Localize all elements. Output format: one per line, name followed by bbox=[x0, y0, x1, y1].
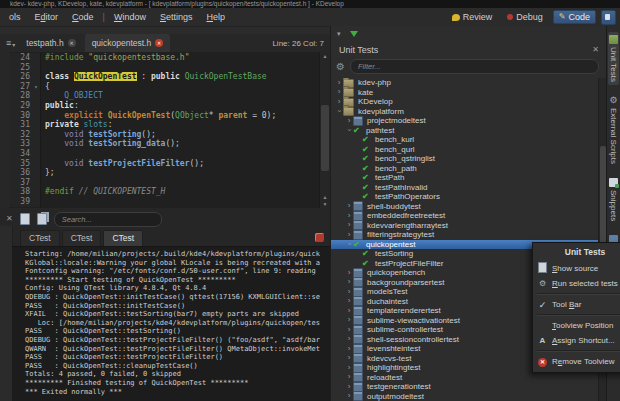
fold-marker-icon[interactable]: ▾ bbox=[32, 82, 41, 92]
editor-tabbar: ≡▾ testpath.h✕quickopentest.h✕ Line: 26 … bbox=[0, 34, 330, 53]
tree-item-testpathoperators[interactable]: ✔testPathOperators bbox=[331, 192, 599, 202]
close-tab-icon[interactable]: ✕ bbox=[155, 39, 163, 47]
collapsed-arrow-icon[interactable]: › bbox=[335, 88, 343, 96]
output-tab-1[interactable]: CTest bbox=[20, 230, 60, 246]
tree-item-outputmodeltest[interactable]: ›outputmodeltest bbox=[331, 392, 599, 401]
toolview-tab-snippets[interactable]: Snippets bbox=[608, 175, 619, 224]
toolview-tab-external-scripts[interactable]: ⚙External Scripts bbox=[608, 93, 619, 167]
menu-item-tool-bar[interactable]: ✓Tool Bar bbox=[533, 297, 620, 312]
menu-item-assign-shortcut[interactable]: AAssign Shortcut... bbox=[533, 333, 620, 348]
menu-item-remove-toolview[interactable]: ✕Remove Toolview bbox=[533, 354, 620, 369]
tree-item-testgenerationtest[interactable]: ›testgenerationtest bbox=[331, 382, 599, 392]
toolview-tab-unit-tests[interactable]: Unit Tests bbox=[608, 32, 619, 85]
overflow-chevron-icon[interactable]: ▾ bbox=[337, 30, 341, 38]
tree-item-kdevelop[interactable]: ›KDevelop bbox=[331, 97, 599, 107]
tree-item-shell-buddytest[interactable]: ›shell-buddytest bbox=[331, 202, 599, 212]
menu-window[interactable]: Window bbox=[107, 11, 153, 23]
close-tab-icon[interactable]: ✕ bbox=[68, 39, 76, 47]
close-toolview-icon[interactable]: ✕ bbox=[592, 46, 599, 54]
menu-item-show-source[interactable]: Show source bbox=[533, 261, 620, 276]
scroll-up2-icon[interactable]: ▲ bbox=[320, 194, 330, 200]
code-line: 35 void testProjectFileFilter(); bbox=[10, 159, 320, 169]
collapsed-arrow-icon[interactable]: › bbox=[335, 79, 343, 87]
collapsed-arrow-icon[interactable]: › bbox=[345, 221, 353, 229]
scrollbar-thumb[interactable] bbox=[321, 105, 329, 171]
expanded-arrow-icon[interactable]: › bbox=[345, 126, 353, 134]
menu-item-toolview-position[interactable]: Toolview Position▶ bbox=[533, 318, 620, 333]
editor-scrollbar[interactable]: ▲ ▲ ▼ bbox=[319, 52, 330, 208]
document-list-button[interactable]: ≡▾ bbox=[0, 38, 19, 48]
filter-options-gear-icon[interactable]: ⚙ bbox=[336, 62, 345, 72]
code-editor[interactable]: 24#include "quickopentestbase.h"2526clas… bbox=[0, 52, 330, 208]
tree-item-bench-qurl[interactable]: ✔bench_qurl bbox=[331, 145, 599, 155]
expanded-arrow-icon[interactable]: › bbox=[335, 107, 343, 115]
filter-input[interactable] bbox=[350, 59, 599, 74]
scroll-down-icon[interactable]: ▼ bbox=[320, 201, 330, 207]
collapsed-arrow-icon[interactable]: › bbox=[345, 364, 353, 372]
test-passed-icon: ✔ bbox=[362, 183, 371, 192]
collapsed-arrow-icon[interactable]: › bbox=[345, 345, 353, 353]
code-area-button[interactable]: ✎ Code bbox=[553, 10, 596, 24]
editor-tab-quickopentest-h[interactable]: quickopentest.h✕ bbox=[85, 34, 171, 52]
tree-item-kdev-php[interactable]: ›kdev-php bbox=[331, 78, 599, 88]
collapsed-arrow-icon[interactable]: › bbox=[345, 335, 353, 343]
tree-item-filteringstrategytest[interactable]: ›filteringstrategytest bbox=[331, 230, 599, 240]
collapsed-arrow-icon[interactable]: › bbox=[345, 326, 353, 334]
tree-item-kdevplatform[interactable]: ›kdevplatform bbox=[331, 107, 599, 117]
collapsed-arrow-icon[interactable]: › bbox=[335, 98, 343, 106]
collapsed-arrow-icon[interactable]: › bbox=[345, 316, 353, 324]
area-switcher-button[interactable] bbox=[601, 10, 616, 25]
unit-tests-icon bbox=[609, 35, 618, 44]
tree-item-bench-kurl[interactable]: ✔bench_kurl bbox=[331, 135, 599, 145]
collapsed-arrow-icon[interactable]: › bbox=[345, 231, 353, 239]
search-input[interactable] bbox=[54, 212, 162, 227]
menu-code[interactable]: Code bbox=[65, 11, 101, 23]
tree-item-label: bench_qurl bbox=[375, 145, 415, 154]
tree-item-testpathinvalid[interactable]: ✔testPathInvalid bbox=[331, 183, 599, 193]
collapsed-arrow-icon[interactable]: › bbox=[345, 392, 353, 400]
document-icon[interactable] bbox=[20, 213, 30, 225]
menu-settings[interactable]: Settings bbox=[153, 11, 200, 23]
collapsed-arrow-icon[interactable]: › bbox=[345, 117, 353, 125]
tree-item-projectmodeltest[interactable]: ›projectmodeltest bbox=[331, 116, 599, 126]
menu-editor[interactable]: Editor bbox=[28, 11, 66, 23]
collapsed-arrow-icon[interactable]: › bbox=[345, 202, 353, 210]
tree-item-bench-path[interactable]: ✔bench_path bbox=[331, 164, 599, 174]
scroll-up-icon[interactable]: ▲ bbox=[320, 53, 330, 59]
output-tab-3[interactable]: CTest bbox=[103, 230, 143, 246]
document-list-icon: ≡ bbox=[6, 38, 11, 48]
tree-item-pathtest[interactable]: ›✔pathtest bbox=[331, 126, 599, 136]
collapsed-arrow-icon[interactable]: › bbox=[345, 278, 353, 286]
green-down-arrow-icon[interactable] bbox=[350, 31, 358, 41]
collapsed-arrow-icon[interactable]: › bbox=[345, 373, 353, 381]
menu-help[interactable]: Help bbox=[200, 11, 233, 23]
red-status-icon[interactable] bbox=[315, 233, 324, 242]
collapsed-arrow-icon[interactable]: › bbox=[345, 269, 353, 277]
tree-item-kdevvarlengtharraytest[interactable]: ›kdevvarlengtharraytest bbox=[331, 221, 599, 231]
collapsed-arrow-icon[interactable]: › bbox=[345, 297, 353, 305]
tree-item-embeddedfreetreetest[interactable]: ›embeddedfreetreetest bbox=[331, 211, 599, 221]
review-area-button[interactable]: Review bbox=[447, 11, 498, 23]
tree-item-kate[interactable]: ›kate bbox=[331, 88, 599, 98]
tab-label: quickopentest.h bbox=[92, 38, 152, 48]
test-console-output[interactable]: Starting: /home/milian/projects/.build/k… bbox=[12, 246, 330, 401]
collapsed-arrow-icon[interactable]: › bbox=[345, 307, 353, 315]
collapsed-arrow-icon[interactable]: › bbox=[345, 212, 353, 220]
tree-item-testpath[interactable]: ✔testPath bbox=[331, 173, 599, 183]
collapsed-arrow-icon[interactable]: › bbox=[345, 383, 353, 391]
tree-item-reloadtest[interactable]: ›reloadtest bbox=[331, 373, 599, 383]
editor-tab-testpath-h[interactable]: testpath.h✕ bbox=[19, 34, 82, 52]
close-panel-icon[interactable]: ✕ bbox=[6, 215, 13, 223]
menu-item-run-selected-tests[interactable]: ⚙Run selected tests bbox=[533, 276, 620, 291]
copy-icon[interactable] bbox=[37, 213, 47, 225]
tree-item-bench-qstringlist[interactable]: ✔bench_qstringlist bbox=[331, 154, 599, 164]
debug-area-button[interactable]: Debug bbox=[502, 11, 548, 23]
collapsed-arrow-icon[interactable]: › bbox=[345, 354, 353, 362]
collapsed-arrow-icon[interactable]: › bbox=[345, 288, 353, 296]
review-icon bbox=[452, 14, 460, 21]
output-tab-2[interactable]: CTest bbox=[62, 230, 102, 246]
fold-column bbox=[32, 72, 41, 82]
menu-ols[interactable]: ols bbox=[2, 11, 28, 23]
expanded-arrow-icon[interactable]: › bbox=[345, 240, 353, 248]
code-text bbox=[41, 178, 45, 188]
